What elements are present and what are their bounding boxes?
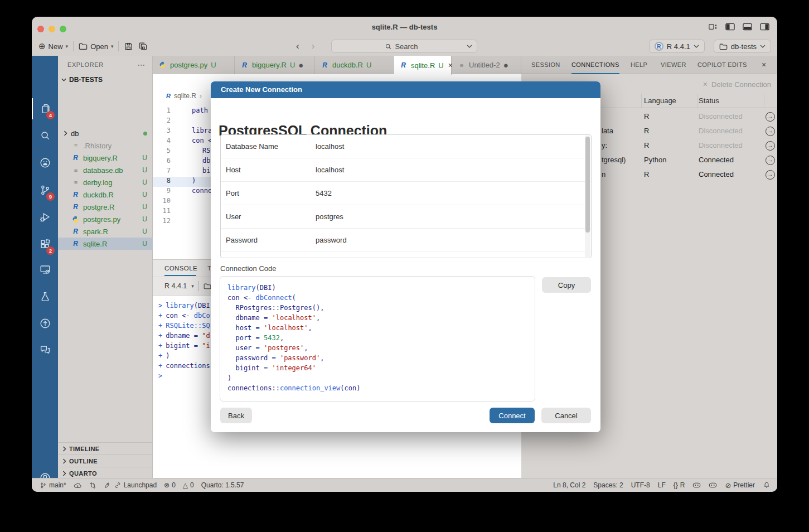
dirty-dot-icon[interactable]: ● xyxy=(298,62,303,68)
indentation-setting[interactable]: Spaces: 2 xyxy=(593,481,623,489)
prettier-status[interactable]: ⊘ Prettier xyxy=(725,481,755,490)
navigate-forward-icon[interactable]: › xyxy=(312,41,315,52)
dialog-title-bar[interactable]: Create New Connection xyxy=(211,81,600,98)
tree-item-database-db[interactable]: ≡ database.dbU xyxy=(58,164,153,176)
field-user[interactable]: Userpostgres xyxy=(221,205,591,229)
chevron-down-icon[interactable] xyxy=(467,45,472,48)
notifications-bell-icon[interactable] xyxy=(763,481,771,489)
open-button[interactable]: Open▾ xyxy=(79,42,113,51)
cancel-button[interactable]: Cancel xyxy=(541,408,591,423)
eol-setting[interactable]: LF xyxy=(658,481,666,489)
delete-connection-button[interactable]: × Delete Connection xyxy=(703,80,771,89)
tree-item-derby-log[interactable]: ≡ derby.logU xyxy=(58,176,153,188)
tab-postgres-py[interactable]: postgres.pyU xyxy=(153,56,235,74)
tree-item-postgres-py[interactable]: postgres.pyU xyxy=(58,213,153,225)
tree-item-spark[interactable]: R spark.RU xyxy=(58,225,153,238)
save-all-icon[interactable] xyxy=(138,42,148,51)
navigate-back-icon[interactable]: ‹ xyxy=(296,41,299,52)
language-mode[interactable]: {}R xyxy=(674,481,685,489)
copy-button[interactable]: Copy xyxy=(542,277,591,293)
scrollbar-thumb[interactable] xyxy=(585,137,590,233)
workspace-selector[interactable]: db-tests xyxy=(714,40,771,53)
tab-copilot-edits[interactable]: COPILOT EDITS xyxy=(697,56,747,74)
quarto-version[interactable]: Quarto: 1.5.57 xyxy=(201,481,244,489)
toggle-right-panel-icon[interactable] xyxy=(760,23,769,31)
connect-button[interactable]: Connect xyxy=(490,408,535,423)
breadcrumb[interactable]: R sqlite.R › xyxy=(166,92,202,100)
r-file-icon: R xyxy=(71,203,80,211)
save-icon[interactable] xyxy=(124,42,133,51)
toggle-left-panel-icon[interactable] xyxy=(725,23,735,31)
chevron-down-icon: ▾ xyxy=(66,43,69,49)
section-quarto[interactable]: QUARTO xyxy=(58,467,153,479)
copilot-icon[interactable] xyxy=(709,482,717,489)
activity-bar: 4 9 2 xyxy=(32,56,58,478)
section-timeline[interactable]: TIMELINE xyxy=(58,442,153,454)
open-connection-icon[interactable]: → xyxy=(766,156,775,165)
connection-code-block[interactable]: library(DBI) con <- dbConnect( RPostgres… xyxy=(220,276,535,402)
more-actions-icon[interactable]: ⋯ xyxy=(137,60,146,69)
link-icon xyxy=(114,481,122,489)
sidebar-item-search[interactable] xyxy=(32,126,58,145)
form-scrollbar[interactable] xyxy=(585,136,590,257)
interpreter-selector[interactable]: R R 4.4.1 xyxy=(649,40,705,53)
sync-changes-icon[interactable] xyxy=(74,482,82,489)
close-tab-icon[interactable]: × xyxy=(448,61,453,70)
open-connection-icon[interactable]: → xyxy=(766,170,775,180)
open-connection-icon[interactable]: → xyxy=(766,141,775,151)
tree-item-duckdb[interactable]: R duckdb.RU xyxy=(58,188,153,201)
search-input[interactable]: Search xyxy=(331,40,477,53)
sidebar-item-github[interactable] xyxy=(32,153,58,172)
launchpad-button[interactable]: Launchpad xyxy=(104,481,157,489)
cursor-position[interactable]: Ln 8, Col 2 xyxy=(553,481,585,489)
compare-changes-icon[interactable] xyxy=(89,482,96,489)
copilot-icon[interactable] xyxy=(692,482,701,489)
warnings-indicator[interactable]: △ 0 xyxy=(183,481,194,489)
sidebar-item-publish[interactable] xyxy=(32,314,58,333)
tree-item-sqlite-selected[interactable]: R sqlite.RU xyxy=(58,238,153,250)
sidebar-item-source-control[interactable]: 9 xyxy=(32,181,58,200)
open-connection-icon[interactable]: → xyxy=(766,127,775,136)
sidebar-item-run-debug[interactable] xyxy=(32,207,58,226)
tab-session[interactable]: SESSION xyxy=(531,56,560,74)
tab-console[interactable]: CONSOLE xyxy=(164,260,197,277)
back-button[interactable]: Back xyxy=(220,408,252,423)
tree-item-folder-db[interactable]: db xyxy=(58,127,153,139)
field-database-name[interactable]: Database Namelocalhost xyxy=(221,135,591,158)
tab-duckdb[interactable]: R duckdb.RU xyxy=(315,56,394,74)
tab-sqlite-active[interactable]: R sqlite.RU × xyxy=(394,56,452,75)
sidebar-item-extensions[interactable]: 2 xyxy=(32,235,58,254)
tree-item-bigquery[interactable]: R bigquery.RU xyxy=(58,152,153,164)
field-options-partial[interactable] xyxy=(221,252,591,258)
section-outline[interactable]: OUTLINE xyxy=(58,454,153,467)
console-r-version[interactable]: R 4.4.1 xyxy=(164,282,187,290)
tree-item-postgre-r[interactable]: R postgre.RU xyxy=(58,201,153,213)
toggle-bottom-panel-icon[interactable] xyxy=(743,23,752,31)
sidebar-item-explorer[interactable]: 4 xyxy=(32,99,58,118)
tab-viewer[interactable]: VIEWER xyxy=(661,56,686,74)
customize-layout-icon[interactable] xyxy=(709,23,718,31)
errors-indicator[interactable]: ⊗ 0 xyxy=(164,481,176,489)
git-branch-status[interactable]: main* xyxy=(40,481,66,489)
close-panel-icon[interactable]: × xyxy=(762,60,766,69)
tab-bigquery[interactable]: R bigquery.RU ● xyxy=(235,56,315,74)
sidebar-item-comments[interactable] xyxy=(32,340,58,359)
dirty-dot-icon[interactable]: ● xyxy=(503,62,508,68)
sidebar-item-testing[interactable] xyxy=(32,287,58,306)
tab-untitled-2[interactable]: ≡ Untitled-2 ● xyxy=(452,56,521,74)
tree-item-rhistory[interactable]: ≡ .Rhistory xyxy=(58,139,153,152)
tab-help[interactable]: HELP xyxy=(631,56,647,74)
console-prompt[interactable]: > xyxy=(158,372,166,382)
tab-connections[interactable]: CONNECTIONS xyxy=(571,56,619,74)
main-toolbar: ⊕ New▾ Open▾ ‹ › Search xyxy=(32,37,777,56)
workspace-root-folder[interactable]: DB-TESTS xyxy=(58,74,152,86)
field-host[interactable]: Hostlocalhost xyxy=(221,158,591,182)
column-status[interactable]: Status xyxy=(699,96,719,105)
sidebar-item-remote-explorer[interactable] xyxy=(32,260,58,279)
field-password[interactable]: Passwordpassword xyxy=(221,229,591,252)
open-connection-icon[interactable]: → xyxy=(766,112,775,122)
field-port[interactable]: Port5432 xyxy=(221,182,591,205)
column-language[interactable]: Language xyxy=(644,96,676,105)
encoding-setting[interactable]: UTF-8 xyxy=(631,481,650,489)
new-button[interactable]: ⊕ New▾ xyxy=(38,41,68,51)
